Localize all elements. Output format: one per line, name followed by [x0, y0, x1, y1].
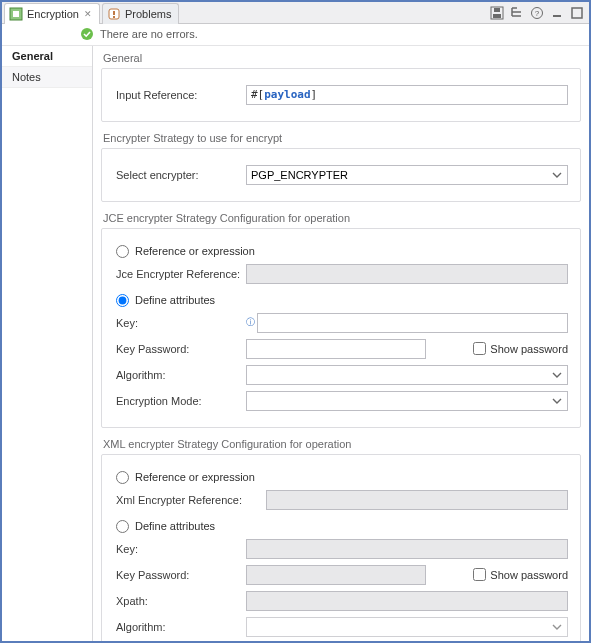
- tab-label: Problems: [125, 8, 171, 20]
- xml-reference-field: [266, 490, 568, 510]
- jce-reference-field: [246, 264, 568, 284]
- jce-radio-reference[interactable]: [116, 245, 129, 258]
- xml-algorithm-select: [246, 617, 568, 637]
- ok-check-icon: [80, 27, 94, 41]
- status-text: There are no errors.: [100, 28, 198, 40]
- group-title-jce: JCE encrypter Strategy Configuration for…: [103, 212, 579, 224]
- jce-key-password-field[interactable]: [246, 339, 426, 359]
- svg-rect-11: [572, 8, 582, 18]
- tab-problems[interactable]: Problems: [102, 3, 179, 24]
- xml-key-password-field: [246, 565, 426, 585]
- close-icon[interactable]: ✕: [84, 9, 92, 19]
- xml-ref-option-label: Reference or expression: [135, 471, 255, 483]
- svg-rect-7: [494, 8, 500, 12]
- side-tabs: General Notes: [2, 46, 93, 641]
- outline-icon[interactable]: [508, 4, 525, 21]
- xml-radio-define[interactable]: [116, 520, 129, 533]
- label-xml-algorithm: Algorithm:: [116, 621, 246, 633]
- jce-algorithm-select[interactable]: [246, 365, 568, 385]
- select-encrypter[interactable]: PGP_ENCRYPTER: [246, 165, 568, 185]
- label-jce-reference: Jce Encrypter Reference:: [116, 268, 246, 280]
- editor-body: General Notes General Input Reference: #…: [2, 46, 589, 641]
- xml-show-password-label: Show password: [490, 569, 568, 581]
- svg-rect-6: [493, 14, 501, 18]
- group-jce: Reference or expression Jce Encrypter Re…: [101, 228, 581, 428]
- jce-radio-define[interactable]: [116, 294, 129, 307]
- svg-rect-4: [113, 16, 115, 18]
- jce-key-field[interactable]: [257, 313, 568, 333]
- jce-show-password-checkbox[interactable]: [473, 342, 486, 355]
- tab-encryption[interactable]: Encryption ✕: [4, 3, 100, 24]
- jce-show-password-wrap[interactable]: Show password: [473, 342, 568, 355]
- minimize-icon[interactable]: [548, 4, 565, 21]
- tab-label: Encryption: [27, 8, 79, 20]
- jce-define-option-label: Define attributes: [135, 294, 215, 306]
- label-xml-xpath: Xpath:: [116, 595, 246, 607]
- side-tab-notes[interactable]: Notes: [2, 67, 92, 88]
- svg-rect-3: [113, 11, 115, 15]
- save-icon[interactable]: [488, 4, 505, 21]
- encryption-icon: [9, 7, 23, 21]
- xml-show-password-wrap[interactable]: Show password: [473, 568, 568, 581]
- xml-xpath-field: [246, 591, 568, 611]
- svg-rect-1: [13, 11, 19, 17]
- help-icon[interactable]: ?: [528, 4, 545, 21]
- group-title-general: General: [103, 52, 579, 64]
- jce-ref-option-label: Reference or expression: [135, 245, 255, 257]
- label-jce-key-password: Key Password:: [116, 343, 246, 355]
- xml-show-password-checkbox[interactable]: [473, 568, 486, 581]
- validation-status: There are no errors.: [2, 24, 589, 46]
- label-jce-key: Key:: [116, 317, 246, 329]
- group-title-xml: XML encrypter Strategy Configuration for…: [103, 438, 579, 450]
- label-jce-algorithm: Algorithm:: [116, 369, 246, 381]
- group-strategy: Select encrypter: PGP_ENCRYPTER: [101, 148, 581, 202]
- form-content[interactable]: General Input Reference: #[payload] Encr…: [93, 46, 589, 641]
- toolbar-right: ?: [488, 4, 589, 21]
- xml-radio-reference[interactable]: [116, 471, 129, 484]
- maximize-icon[interactable]: [568, 4, 585, 21]
- svg-point-12: [81, 28, 93, 40]
- label-xml-key: Key:: [116, 543, 246, 555]
- input-reference-field[interactable]: #[payload]: [246, 85, 568, 105]
- label-select-encrypter: Select encrypter:: [116, 169, 246, 181]
- info-icon: ⓘ: [246, 316, 255, 329]
- svg-rect-10: [553, 15, 561, 17]
- group-xml: Reference or expression Xml Encrypter Re…: [101, 454, 581, 641]
- jce-show-password-label: Show password: [490, 343, 568, 355]
- svg-text:?: ?: [534, 9, 539, 18]
- group-title-strategy: Encrypter Strategy to use for encrypt: [103, 132, 579, 144]
- xml-define-option-label: Define attributes: [135, 520, 215, 532]
- xml-key-field: [246, 539, 568, 559]
- label-jce-mode: Encryption Mode:: [116, 395, 246, 407]
- jce-mode-select[interactable]: [246, 391, 568, 411]
- label-xml-reference: Xml Encrypter Reference:: [116, 494, 266, 506]
- label-xml-key-password: Key Password:: [116, 569, 246, 581]
- editor-tab-bar: Encryption ✕ Problems ?: [2, 2, 589, 24]
- label-input-reference: Input Reference:: [116, 89, 246, 101]
- group-general: Input Reference: #[payload]: [101, 68, 581, 122]
- editor-window: Encryption ✕ Problems ?: [0, 0, 591, 643]
- problems-icon: [107, 7, 121, 21]
- side-tab-general[interactable]: General: [2, 46, 92, 67]
